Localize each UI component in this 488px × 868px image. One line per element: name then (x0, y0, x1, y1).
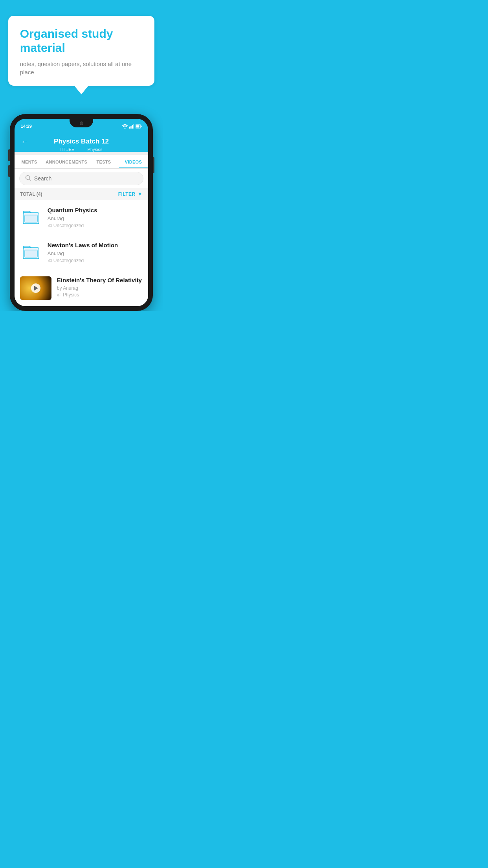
filter-button[interactable]: FILTER ▼ (118, 191, 143, 197)
svg-rect-13 (25, 250, 37, 257)
svg-rect-2 (130, 126, 132, 129)
status-icons (122, 124, 142, 129)
item-tag: 🏷 Physics (57, 292, 143, 298)
phone-notch (70, 119, 93, 127)
app-header-top: ← Physics Batch 12 (21, 138, 142, 145)
tabs-row: MENTS ANNOUNCEMENTS TESTS VIDEOS (15, 155, 148, 169)
play-icon (34, 286, 38, 291)
item-title: Einstein's Theory Of Relativity (57, 276, 143, 284)
video-list: Quantum Physics Anurag 🏷 Uncategorized (15, 200, 148, 306)
subtitle-iitjee: IIT JEE (61, 147, 75, 152)
item-info: Quantum Physics Anurag 🏷 Uncategorized (48, 206, 143, 228)
tag-icon: 🏷 (48, 223, 52, 228)
search-bar-wrapper (15, 169, 148, 188)
svg-rect-4 (133, 124, 134, 129)
volume-down-button (8, 165, 10, 177)
tag-icon: 🏷 (57, 292, 61, 297)
search-icon (25, 175, 31, 182)
item-tag: 🏷 Uncategorized (48, 258, 143, 263)
item-title: Newton's Laws of Motion (48, 241, 143, 249)
item-author: Anurag (48, 250, 143, 256)
filter-label: FILTER (118, 191, 136, 197)
battery-icon (136, 124, 142, 129)
folder-icon (22, 244, 40, 261)
item-author: Anurag (48, 215, 143, 221)
bubble-pointer (74, 86, 88, 94)
filter-icon: ▼ (138, 191, 143, 197)
list-item[interactable]: Einstein's Theory Of Relativity by Anura… (15, 270, 148, 306)
video-thumbnail-image (20, 276, 51, 300)
speech-bubble-subtitle: notes, question papers, solutions all at… (20, 60, 143, 76)
status-bar: 14:29 (15, 119, 148, 134)
tab-tests[interactable]: TESTS (89, 155, 118, 168)
item-info: Newton's Laws of Motion Anurag 🏷 Uncateg… (48, 241, 143, 263)
speech-bubble-card: Organised study material notes, question… (8, 16, 155, 86)
item-author: by Anurag (57, 285, 143, 291)
list-item[interactable]: Newton's Laws of Motion Anurag 🏷 Uncateg… (15, 235, 148, 270)
back-button[interactable]: ← (21, 137, 29, 146)
tag-icon: 🏷 (48, 258, 52, 263)
app-screen: ← Physics Batch 12 IIT JEE Physics MENTS… (15, 134, 148, 306)
power-button (153, 157, 154, 173)
svg-rect-3 (132, 125, 133, 129)
item-thumbnail (20, 241, 42, 263)
tab-ments[interactable]: MENTS (15, 155, 44, 168)
page-title: Physics Batch 12 (54, 138, 109, 145)
item-tag: 🏷 Uncategorized (48, 223, 143, 228)
item-thumbnail (20, 206, 42, 228)
svg-rect-11 (25, 215, 37, 222)
subtitle-physics: Physics (88, 147, 103, 152)
page-subtitle: IIT JEE Physics (21, 147, 142, 152)
signal-icon (129, 124, 134, 129)
volume-up-button (8, 149, 10, 161)
list-item[interactable]: Quantum Physics Anurag 🏷 Uncategorized (15, 200, 148, 235)
item-title: Quantum Physics (48, 206, 143, 214)
wifi-icon (122, 124, 128, 129)
svg-line-9 (29, 179, 31, 181)
status-time: 14:29 (21, 124, 32, 129)
svg-point-0 (125, 127, 126, 129)
svg-rect-1 (129, 127, 130, 129)
front-camera (80, 121, 83, 125)
speech-bubble-title: Organised study material (20, 27, 143, 55)
tab-videos[interactable]: VIDEOS (119, 155, 148, 168)
tab-announcements[interactable]: ANNOUNCEMENTS (44, 155, 89, 168)
folder-icon (22, 209, 40, 226)
speech-bubble-section: Organised study material notes, question… (8, 16, 155, 94)
phone-mockup: 14:29 (10, 114, 153, 311)
subtitle-separator (80, 147, 83, 152)
search-input[interactable] (34, 175, 138, 182)
app-header: ← Physics Batch 12 IIT JEE Physics (15, 134, 148, 152)
phone-frame: 14:29 (10, 114, 153, 311)
play-button[interactable] (31, 283, 40, 293)
svg-rect-7 (136, 125, 139, 127)
svg-rect-6 (141, 125, 142, 127)
item-info: Einstein's Theory Of Relativity by Anura… (57, 276, 143, 298)
total-count-label: TOTAL (4) (20, 191, 42, 197)
search-bar[interactable] (19, 172, 143, 185)
filter-row: TOTAL (4) FILTER ▼ (15, 188, 148, 200)
